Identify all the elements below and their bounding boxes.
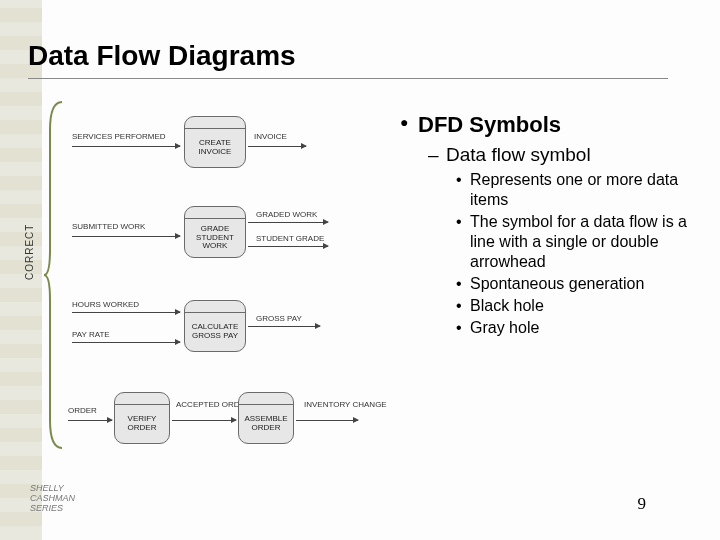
flow-label: ORDER [68, 406, 97, 415]
example-row-4: ORDER VERIFY ORDER ACCEPTED ORDER ASSEMB… [72, 390, 392, 462]
arrow-icon [72, 342, 180, 343]
process-box: ASSEMBLE ORDER [238, 392, 294, 444]
bullet-item: The symbol for a data flow is a line wit… [456, 212, 700, 272]
bullet-item: Black hole [456, 296, 700, 316]
example-row-2: SUBMITTED WORK GRADE STUDENT WORK GRADED… [72, 200, 392, 272]
bullet-item: Represents one or more data items [456, 170, 700, 210]
flow-label: SERVICES PERFORMED [72, 132, 166, 141]
flow-label: STUDENT GRADE [256, 234, 324, 243]
sidebar-decoration [0, 0, 42, 540]
example-row-1: SERVICES PERFORMED CREATE INVOICE INVOIC… [72, 110, 392, 182]
flow-label: GRADED WORK [256, 210, 317, 219]
process-box: CREATE INVOICE [184, 116, 246, 168]
bullet-heading: DFD Symbols [400, 112, 700, 138]
process-box: VERIFY ORDER [114, 392, 170, 444]
flow-label: SUBMITTED WORK [72, 222, 145, 231]
publisher-logo: SHELLY CASHMAN SERIES [30, 484, 75, 514]
bullet-subheading: Data flow symbol [428, 144, 700, 166]
arrow-icon [172, 420, 236, 421]
title-underline [28, 78, 668, 79]
brace-icon [42, 100, 64, 450]
bullet-item: Spontaneous generation [456, 274, 700, 294]
flow-label: INVENTORY CHANGE [304, 400, 387, 409]
flow-label: HOURS WORKED [72, 300, 139, 309]
arrow-icon [248, 246, 328, 247]
arrow-icon [72, 312, 180, 313]
flow-label: GROSS PAY [256, 314, 302, 323]
page-title: Data Flow Diagrams [28, 40, 296, 72]
example-row-3: HOURS WORKED PAY RATE CALCULATE GROSS PA… [72, 290, 392, 362]
page-number: 9 [638, 494, 647, 514]
arrow-icon [72, 236, 180, 237]
arrow-icon [248, 326, 320, 327]
bullet-item: Gray hole [456, 318, 700, 338]
flow-label: PAY RATE [72, 330, 110, 339]
process-box: GRADE STUDENT WORK [184, 206, 246, 258]
process-box: CALCULATE GROSS PAY [184, 300, 246, 352]
arrow-icon [72, 146, 180, 147]
arrow-icon [296, 420, 358, 421]
dfd-diagram: CORRECT SERVICES PERFORMED CREATE INVOIC… [72, 100, 392, 460]
correct-label: CORRECT [24, 224, 35, 280]
arrow-icon [248, 146, 306, 147]
arrow-icon [68, 420, 112, 421]
arrow-icon [248, 222, 328, 223]
content-pane: DFD Symbols Data flow symbol Represents … [400, 112, 700, 340]
flow-label: INVOICE [254, 132, 287, 141]
